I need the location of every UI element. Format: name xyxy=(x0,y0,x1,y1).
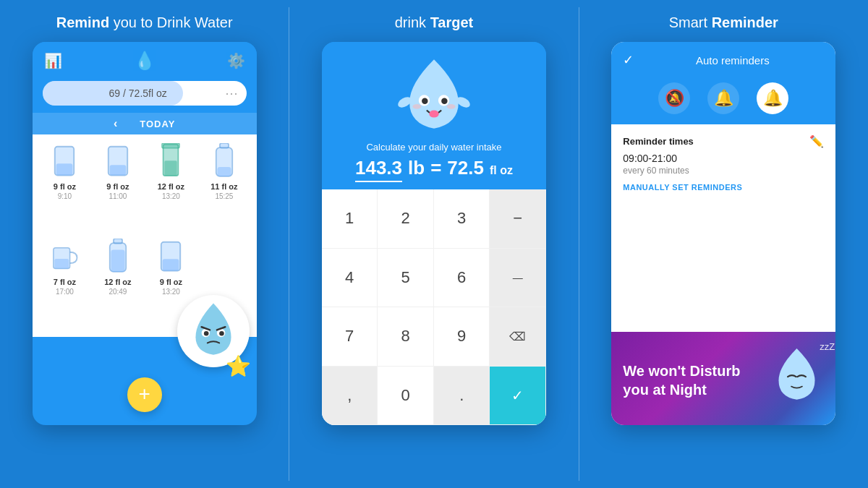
svg-rect-6 xyxy=(162,143,179,148)
key-backspace[interactable]: ⌫ xyxy=(490,307,546,367)
equals-sign: = xyxy=(430,157,441,179)
p2-equation: 143.3 lb = 72.5 fl oz xyxy=(355,157,513,182)
svg-point-28 xyxy=(447,104,456,109)
star-decoration: ⭐ xyxy=(226,354,251,378)
panel-3-title: Smart Reminder xyxy=(669,13,778,32)
panel-1: Remind you to Drink Water 📊 💧 ⚙️ 69 / 72… xyxy=(0,0,289,488)
reminder-times-row: Reminder times ✏️ xyxy=(623,134,824,148)
drink-label-6: 12 fl oz xyxy=(104,278,131,286)
bottle-icon xyxy=(210,143,238,181)
drink-label-5: 7 fl oz xyxy=(54,278,76,286)
drink-time-4: 15:25 xyxy=(215,192,233,200)
phone-card-2: Calculate your daily water intake 143.3 … xyxy=(322,42,546,425)
glass-icon-1 xyxy=(51,143,78,181)
manual-set-reminders-link[interactable]: MANUALLY SET REMINDERS xyxy=(623,183,824,192)
panel-2-title: drink Target xyxy=(395,13,474,32)
keypad: 1 2 3 − 4 5 6 — 7 8 9 ⌫ , 0 . ✓ xyxy=(322,189,546,425)
sleeping-mascot: zzZ xyxy=(770,345,824,415)
key-6[interactable]: 6 xyxy=(434,249,490,308)
key-0[interactable]: 0 xyxy=(378,367,434,426)
water-value: 72.5 xyxy=(447,157,484,179)
glass-icon-2 xyxy=(104,143,132,181)
p3-header: ✓ Auto reminders xyxy=(611,42,835,77)
progress-text: 69 / 72.5fl oz xyxy=(51,87,225,99)
auto-reminders-label: Auto reminders xyxy=(641,54,824,67)
active-bell-icon: 🔔 xyxy=(763,89,783,108)
svg-point-20 xyxy=(219,331,224,336)
drink-time-5: 17:00 xyxy=(56,288,74,296)
notification-options-row: 🔕 🔔 🔔 xyxy=(611,77,835,124)
svg-rect-11 xyxy=(55,259,69,269)
drink-item-2[interactable]: 9 fl oz 11:00 xyxy=(93,143,143,233)
zzz-text: zzZ xyxy=(820,341,835,352)
drink-time-1: 9:10 xyxy=(58,192,72,200)
drink-label-2: 9 fl oz xyxy=(106,182,129,191)
happy-water-mascot xyxy=(394,56,474,136)
key-5[interactable]: 5 xyxy=(378,249,434,308)
key-minus[interactable]: − xyxy=(490,189,546,249)
more-options[interactable]: ⋯ xyxy=(225,85,238,101)
drink-item-5[interactable]: 7 fl oz 17:00 xyxy=(40,239,90,328)
weight-value: 143.3 xyxy=(355,157,402,182)
glass-icon-3 xyxy=(157,239,184,276)
mug-icon xyxy=(51,239,78,276)
edit-icon[interactable]: ✏️ xyxy=(809,134,824,148)
time-range: 09:00-21:00 xyxy=(623,153,824,164)
drink-label-4: 11 fl oz xyxy=(210,182,237,191)
progress-bar-wrapper: 69 / 72.5fl oz ⋯ xyxy=(33,77,257,113)
water-drop-icon[interactable]: 💧 xyxy=(134,51,156,71)
key-confirm[interactable]: ✓ xyxy=(490,367,546,426)
panel-3: Smart Reminder ✓ Auto reminders 🔕 🔔 🔔 Re… xyxy=(579,0,868,488)
progress-bar: 69 / 72.5fl oz ⋯ xyxy=(43,81,247,106)
key-9[interactable]: 9 xyxy=(434,307,490,367)
reminder-times-label: Reminder times xyxy=(623,136,694,147)
drink-item-4[interactable]: 11 fl oz 15:25 xyxy=(199,143,250,233)
drink-item-3[interactable]: 12 fl oz 13:20 xyxy=(146,143,197,233)
key-comma[interactable]: , xyxy=(322,367,378,426)
svg-point-29 xyxy=(429,110,439,117)
day-navigator: ‹ TODAY xyxy=(33,113,257,134)
silent-bell-icon: 🔕 xyxy=(665,89,684,108)
panel-1-title: Remind you to Drink Water xyxy=(56,13,233,32)
drink-item-6[interactable]: 12 fl oz 20:49 xyxy=(93,239,143,328)
tall-cup-icon xyxy=(157,143,184,181)
reminder-content: Reminder times ✏️ 09:00-21:00 every 60 m… xyxy=(611,124,835,332)
svg-point-27 xyxy=(412,104,421,109)
key-1[interactable]: 1 xyxy=(322,189,378,249)
drink-time-3: 13:20 xyxy=(162,192,180,200)
key-period[interactable]: . xyxy=(434,367,490,426)
drink-item-1[interactable]: 9 fl oz 9:10 xyxy=(40,143,90,233)
svg-point-26 xyxy=(441,98,447,104)
key-2[interactable]: 2 xyxy=(378,189,434,249)
svg-rect-5 xyxy=(165,160,177,176)
bottle-icon-2 xyxy=(104,239,132,276)
add-drink-fab[interactable]: + xyxy=(127,377,162,412)
phone-card-3: ✓ Auto reminders 🔕 🔔 🔔 Reminder times ✏️… xyxy=(611,42,835,425)
svg-rect-1 xyxy=(56,163,73,175)
water-unit: fl oz xyxy=(490,164,513,177)
svg-rect-9 xyxy=(217,167,231,176)
settings-icon[interactable]: ⚙️ xyxy=(227,52,245,69)
p1-header: 📊 💧 ⚙️ xyxy=(33,42,257,77)
weight-unit: lb xyxy=(408,157,425,179)
key-3[interactable]: 3 xyxy=(434,189,490,249)
svg-rect-3 xyxy=(110,165,127,175)
check-icon: ✓ xyxy=(623,52,634,68)
p2-subtitle: Calculate your daily water intake xyxy=(366,142,501,153)
key-dash[interactable]: — xyxy=(490,249,546,308)
drink-time-6: 20:49 xyxy=(109,288,127,296)
key-4[interactable]: 4 xyxy=(322,249,378,308)
chart-icon[interactable]: 📊 xyxy=(44,52,62,69)
soft-bell-button[interactable]: 🔔 xyxy=(707,82,739,114)
key-8[interactable]: 8 xyxy=(378,307,434,367)
drink-label-3: 12 fl oz xyxy=(158,182,184,191)
drink-label-7: 9 fl oz xyxy=(160,278,182,286)
silent-bell-button[interactable]: 🔕 xyxy=(658,82,690,114)
prev-day-arrow[interactable]: ‹ xyxy=(114,117,118,130)
key-7[interactable]: 7 xyxy=(322,307,378,367)
drink-time-2: 11:00 xyxy=(109,192,127,200)
svg-rect-14 xyxy=(111,250,124,272)
active-bell-button[interactable]: 🔔 xyxy=(757,82,788,114)
drink-label-1: 9 fl oz xyxy=(54,182,76,191)
interval-text: every 60 minutes xyxy=(623,166,824,176)
